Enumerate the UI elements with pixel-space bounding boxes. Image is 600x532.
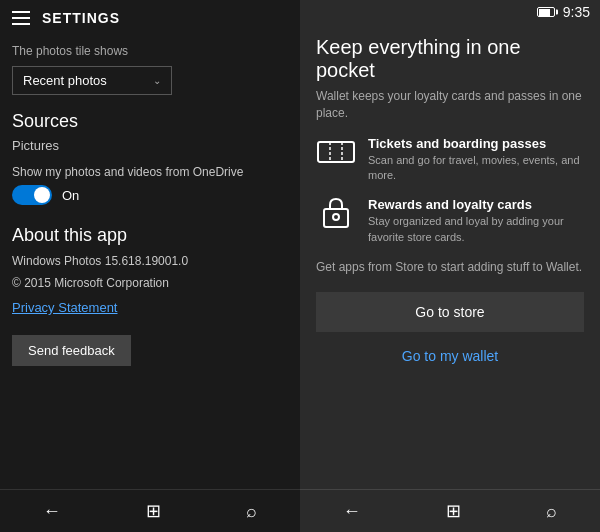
tickets-desc: Scan and go for travel, movies, events, … (368, 153, 584, 184)
wallet-title: Keep everything in one pocket (316, 36, 584, 82)
search-button[interactable] (246, 501, 257, 522)
pictures-label: Pictures (12, 138, 288, 153)
right-panel: 9:35 Keep everything in one pocket Walle… (300, 0, 600, 532)
battery-fill (539, 9, 550, 16)
wallet-promo-text: Get apps from Store to start adding stuf… (316, 259, 584, 276)
go-to-store-button[interactable]: Go to store (316, 292, 584, 332)
windows-home-button[interactable] (146, 500, 161, 522)
photos-tile-label: The photos tile shows (12, 44, 288, 58)
hamburger-menu-icon[interactable] (12, 11, 30, 25)
loyalty-title: Rewards and loyalty cards (368, 197, 584, 212)
feature-loyalty-text: Rewards and loyalty cards Stay organized… (368, 197, 584, 245)
right-windows-button[interactable] (446, 500, 461, 522)
status-bar: 9:35 (300, 0, 600, 24)
loyalty-icon (316, 197, 356, 229)
left-nav-bar (0, 489, 300, 532)
left-content: The photos tile shows Recent photos ⌄ So… (0, 36, 300, 489)
loyalty-desc: Stay organized and loyal by adding your … (368, 214, 584, 245)
sources-section-title: Sources (12, 111, 288, 132)
onedrive-label: Show my photos and videos from OneDrive (12, 165, 288, 179)
left-panel: SETTINGS The photos tile shows Recent ph… (0, 0, 300, 532)
tickets-title: Tickets and boarding passes (368, 136, 584, 151)
right-back-button[interactable] (343, 501, 361, 522)
app-name: Windows Photos 15.618.19001.0 (12, 252, 288, 270)
signal-strength-icon (523, 7, 529, 18)
feature-loyalty: Rewards and loyalty cards Stay organized… (316, 197, 584, 245)
dropdown-value: Recent photos (23, 73, 107, 88)
svg-rect-0 (318, 142, 354, 162)
toggle-state-label: On (62, 188, 79, 203)
settings-title: SETTINGS (42, 10, 120, 26)
svg-rect-1 (324, 209, 348, 227)
battery-icon (537, 7, 555, 17)
copyright: © 2015 Microsoft Corporation (12, 274, 288, 292)
privacy-statement-link[interactable]: Privacy Statement (12, 300, 288, 315)
send-feedback-button[interactable]: Send feedback (12, 335, 131, 366)
status-time: 9:35 (563, 4, 590, 20)
feature-tickets: Tickets and boarding passes Scan and go … (316, 136, 584, 184)
right-search-button[interactable] (546, 501, 557, 522)
settings-header: SETTINGS (0, 0, 300, 36)
toggle-knob (34, 187, 50, 203)
go-to-wallet-link[interactable]: Go to my wallet (316, 348, 584, 364)
about-section-title: About this app (12, 225, 288, 246)
right-nav-bar (300, 489, 600, 532)
wallet-content: Keep everything in one pocket Wallet kee… (300, 24, 600, 489)
wallet-description: Wallet keeps your loyalty cards and pass… (316, 88, 584, 122)
chevron-down-icon: ⌄ (153, 75, 161, 86)
back-button[interactable] (43, 501, 61, 522)
photos-tile-dropdown[interactable]: Recent photos ⌄ (12, 66, 172, 95)
onedrive-toggle[interactable] (12, 185, 52, 205)
ticket-icon (316, 136, 356, 168)
feature-tickets-text: Tickets and boarding passes Scan and go … (368, 136, 584, 184)
onedrive-toggle-row: On (12, 185, 288, 205)
svg-point-2 (333, 214, 339, 220)
